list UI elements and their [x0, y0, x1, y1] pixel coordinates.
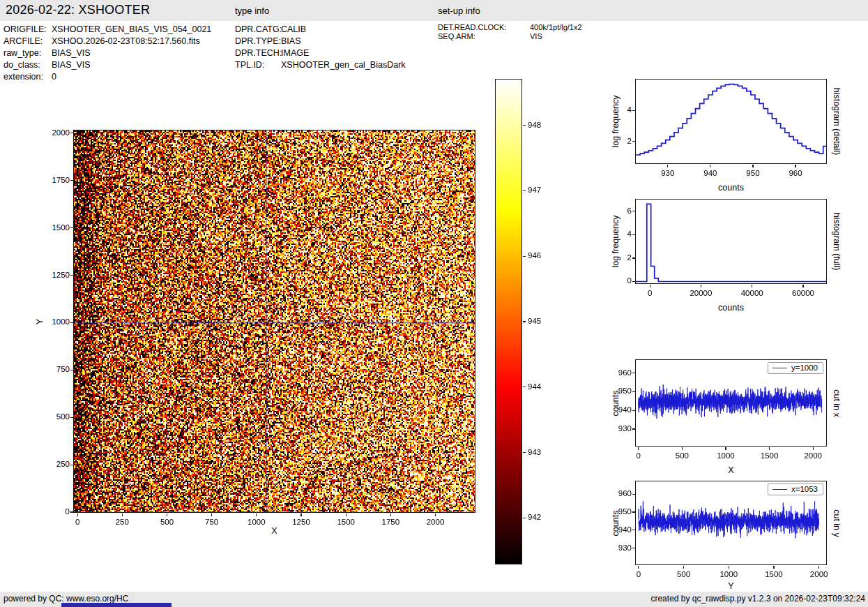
tick-label: 0 — [56, 517, 98, 527]
tick-mark — [710, 165, 710, 167]
tick-label: 1750 — [39, 175, 70, 186]
tick-mark — [632, 548, 635, 548]
tick-label: 20000 — [680, 288, 722, 299]
tick-mark — [752, 285, 752, 287]
meta-row-origfile: ORIGFILE:XSHOOTER_GEN_BIAS_VIS_054_0021 — [3, 24, 211, 35]
field-label: DPR.TECH: — [235, 47, 281, 59]
raw-image-xlabel: X — [271, 526, 277, 536]
legend-line-sample — [772, 368, 787, 368]
footer-accent-bar — [61, 603, 172, 607]
tick-label: 4 — [601, 229, 632, 239]
tick-label: 1000 — [705, 451, 747, 461]
tick-label: 930 — [647, 168, 689, 179]
tick-mark — [650, 285, 650, 287]
tick-label: 500 — [146, 517, 188, 527]
tick-mark — [802, 285, 803, 287]
tick-mark — [818, 566, 819, 569]
field-label: do_class: — [3, 59, 52, 70]
field-label: DET.READ.CLOCK: — [438, 23, 530, 32]
tick-label: 930 — [601, 424, 632, 434]
field-value: BIAS_VIS — [52, 60, 91, 70]
tick-mark — [77, 514, 78, 516]
field-label: extension: — [3, 71, 52, 82]
tick-mark — [390, 514, 391, 516]
tick-label: 0 — [601, 276, 632, 286]
qc-report-page: 2026-02-22: XSHOOTER type info set-up in… — [0, 0, 868, 607]
tick-label: 750 — [39, 364, 70, 375]
footer-created-by: created by qc_rawdisp.py v1.2.3 on 2026-… — [650, 594, 865, 604]
tick-label: 1250 — [39, 270, 70, 280]
tick-label: 942 — [528, 512, 541, 523]
tick-label: 500 — [661, 451, 703, 461]
meta-row-seqarm: SEQ.ARM:VIS — [438, 32, 542, 41]
meta-row-doclass: do_class:BIAS_VIS — [3, 59, 91, 70]
raw-image-plot: Y X 025050075010001250150017502000025050… — [73, 130, 475, 513]
header-bar: 2026-02-22: XSHOOTER type info set-up in… — [0, 0, 868, 21]
tick-mark — [70, 370, 73, 370]
footer-powered-by: powered by QC: www.eso.org/HC — [3, 594, 128, 604]
tick-label: 0 — [629, 288, 671, 299]
field-value: VIS — [530, 32, 542, 40]
tick-mark — [725, 447, 726, 450]
tick-label: 2 — [601, 136, 632, 147]
tick-label: 940 — [690, 168, 731, 179]
tick-label: 250 — [101, 517, 143, 527]
tick-mark — [632, 211, 635, 211]
colorbar: 942943944945946947948 — [495, 79, 522, 564]
tick-label: 1250 — [280, 517, 322, 527]
cut-in-x-side-label: cut in x — [832, 389, 842, 417]
tick-label: 0 — [39, 507, 70, 517]
tick-label: 950 — [601, 386, 632, 396]
meta-row-dprtech: DPR.TECH:IMAGE — [235, 47, 309, 59]
histogram-full-xlabel: counts — [718, 303, 744, 313]
tick-mark — [638, 566, 639, 569]
field-value: XSHOO.2026-02-23T08:52:17.560.fits — [52, 36, 200, 46]
tick-label: 943 — [528, 447, 541, 458]
histogram-detail-xlabel: counts — [718, 183, 744, 193]
histogram-detail-plot: log frequency counts histogram (detail) … — [635, 79, 827, 164]
cut-in-x-legend: y=1000 — [768, 362, 823, 374]
tick-mark — [773, 566, 774, 569]
tick-mark — [632, 234, 635, 235]
tick-label: 1500 — [39, 223, 70, 233]
histogram-detail-canvas — [636, 80, 826, 163]
tick-mark — [701, 285, 701, 287]
tick-label: 960 — [601, 368, 632, 378]
tick-mark — [638, 447, 639, 450]
tick-label: 1500 — [325, 517, 367, 527]
tick-mark — [70, 511, 73, 512]
tick-label: 1000 — [708, 569, 749, 580]
field-value: XSHOOTER_GEN_BIAS_VIS_054_0021 — [52, 24, 211, 34]
tick-mark — [523, 190, 526, 191]
tick-mark — [300, 514, 301, 516]
tick-mark — [523, 452, 526, 453]
tick-label: 250 — [39, 459, 70, 470]
legend-label: x=1053 — [791, 485, 818, 493]
meta-row-tplid: TPL.ID:XSHOOTER_gen_cal_BiasDark — [235, 59, 406, 70]
tick-mark — [632, 511, 635, 512]
field-value: BIAS_VIS — [52, 48, 91, 58]
field-label: DPR.CATG: — [235, 24, 281, 35]
tick-mark — [70, 322, 73, 323]
field-value: 400k/1pt/lg/1x2 — [530, 23, 582, 31]
histogram-full-side-label: histogram (full) — [832, 213, 842, 271]
tick-mark — [70, 275, 73, 276]
tick-mark — [769, 447, 770, 450]
tick-label: 40000 — [731, 288, 773, 299]
tick-mark — [632, 373, 635, 373]
field-value: BIAS — [281, 36, 301, 46]
field-label: raw_type: — [3, 47, 52, 59]
legend-label: y=1000 — [791, 364, 818, 372]
tick-mark — [632, 141, 635, 142]
tick-mark — [632, 281, 635, 282]
tick-mark — [167, 514, 167, 516]
field-value: CALIB — [281, 24, 306, 34]
tick-label: 950 — [732, 168, 774, 179]
tick-label: 946 — [528, 250, 541, 261]
tick-label: 6 — [601, 206, 632, 216]
tick-mark — [632, 428, 635, 429]
tick-label: 0 — [618, 451, 660, 461]
tick-label: 500 — [39, 412, 70, 422]
tick-mark — [813, 447, 814, 450]
field-label: ARCFILE: — [3, 36, 52, 47]
